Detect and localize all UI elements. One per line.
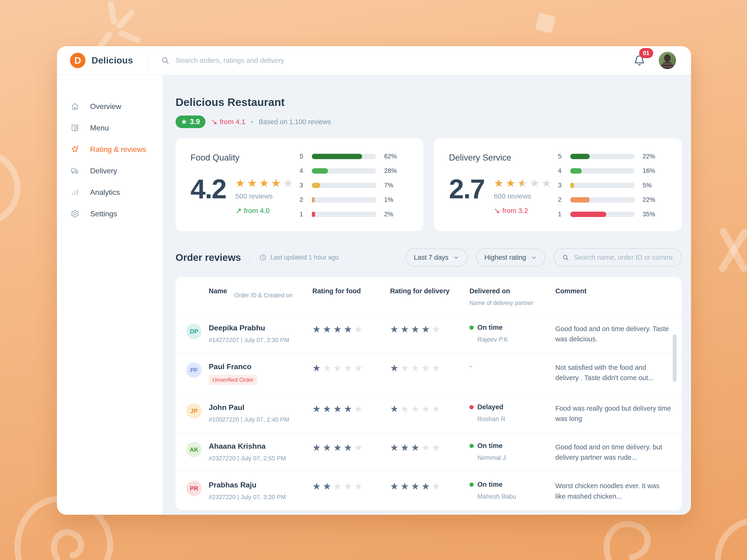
distribution-percent: 16% (643, 167, 661, 175)
distribution-percent: 28% (384, 167, 403, 175)
score-trend: from 4.0 (235, 206, 269, 215)
customer-cell: JPJohn Paul#10027220 | July 07, 2:40 PM (186, 403, 312, 423)
food-quality-card: Food Quality4.2★★★★★500 reviewsfrom 4.05… (176, 138, 423, 231)
overall-trend: from 4.1 (211, 117, 246, 126)
star-icon: ★ (432, 325, 440, 334)
star-icon: ★ (271, 178, 281, 189)
table-header: Name Order ID & Created on Rating for fo… (176, 277, 681, 315)
swirl-doodle (607, 520, 747, 560)
reviews-search[interactable] (554, 248, 681, 267)
delivery-partner: Nirmmal J (478, 454, 506, 461)
star-icon: ★ (344, 325, 352, 334)
sparkle-doodle (100, 4, 138, 46)
customer-name: Deepika Prabhu (209, 324, 289, 332)
table-row[interactable]: AKAhaana Krishna#2327220 | July 07, 2:55… (176, 433, 681, 471)
customer-name: Ahaana Krishna (209, 442, 286, 451)
star-icon: ★ (432, 482, 440, 491)
search-icon (161, 56, 170, 64)
distribution-percent: 2% (384, 211, 403, 218)
reviews-title: Order reviews (176, 252, 241, 263)
distribution-bar-fill (570, 154, 590, 159)
trend-up-icon (235, 206, 241, 215)
star-icon: ★ (333, 404, 342, 414)
distribution-row: 35% (556, 182, 669, 189)
avatar: PR (186, 481, 202, 496)
order-id: #10027220 | July 07, 2:40 PM (209, 416, 289, 423)
overall-rating-badge: ★ 3.9 (176, 115, 205, 128)
delivered-cell: DelayedRoshan R (469, 403, 555, 423)
distribution-row: 21% (298, 196, 411, 204)
card-score-block: Food Quality4.2★★★★★500 reviewsfrom 4.0 (190, 153, 292, 218)
review-comment: Worst chicken noodles ever. It was like … (555, 481, 671, 501)
reviews-search-input[interactable] (573, 254, 673, 262)
book-icon (71, 124, 79, 132)
star-icon: ★ (312, 482, 321, 491)
sidebar-nav: OverviewMenuRating & reviewsDeliveryAnal… (57, 75, 162, 515)
status-label: On time (478, 442, 506, 450)
distribution-bar-track (570, 212, 635, 217)
star-icon: ★ (333, 363, 342, 373)
distribution-star-label: 3 (298, 182, 305, 189)
based-on-text: Based on 1,100 reviews (259, 118, 331, 126)
sort-filter[interactable]: Highest rating (476, 248, 545, 266)
customer-info: John Paul#10027220 | July 07, 2:40 PM (209, 403, 289, 423)
score-trend: from 3.2 (494, 206, 528, 215)
table-row[interactable]: JPJohn Paul#10027220 | July 07, 2:40 PM★… (176, 394, 681, 433)
star-rating: ★★★★★ (390, 443, 442, 452)
trend-down-icon (494, 206, 500, 215)
delivered-cell: On timeMahesh Babu (469, 481, 555, 500)
distribution-row: 37% (298, 182, 411, 189)
overall-trend-label: from 4.1 (220, 118, 246, 126)
sidebar-item-settings[interactable]: Settings (57, 203, 162, 224)
global-search-input[interactable] (175, 56, 626, 64)
food-rating-cell: ★★★★★ (312, 363, 390, 373)
food-rating-cell: ★★★★★ (312, 324, 390, 334)
notifications-button[interactable]: 01 (634, 55, 645, 66)
star-icon: ★ (259, 178, 269, 189)
sidebar-item-delivery[interactable]: Delivery (57, 160, 162, 182)
distribution-star-label: 4 (556, 167, 563, 175)
star-rating: ★★★★★ (390, 482, 442, 491)
score-row: 4.2★★★★★500 reviewsfrom 4.0 (190, 177, 292, 215)
sidebar-item-analytics[interactable]: Analytics (57, 182, 162, 203)
sidebar-item-menu[interactable]: Menu (57, 117, 162, 139)
distribution-bar-track (570, 197, 635, 203)
star-icon: ★ (323, 325, 331, 334)
star-rating: ★★★★★ (390, 325, 442, 334)
star-icon: ★ (354, 404, 363, 414)
search-icon (562, 254, 569, 261)
x-doodle (722, 232, 745, 269)
score-row: 2.7★★★★★★600 reviewsfrom 3.2 (449, 177, 550, 215)
delivery-partner: Rajeev P.K (478, 336, 508, 343)
square-doodle (535, 12, 556, 34)
review-rows: DPDeepika Prabhu#14272207 | July 07, 2:3… (176, 315, 681, 510)
star-icon: ★ (323, 443, 331, 452)
table-row[interactable]: PFPaul FrancoUnverified Order★★★★★★★★★★-… (176, 353, 681, 394)
table-row[interactable]: DPDeepika Prabhu#14272207 | July 07, 2:3… (176, 315, 681, 353)
avatar: PF (186, 363, 202, 378)
date-range-filter[interactable]: Last 7 days (406, 248, 468, 266)
distribution-bar-fill (312, 197, 314, 203)
gear-icon (71, 209, 79, 218)
review-comment: Not satisfied with the food and delivery… (555, 363, 671, 383)
customer-cell: PFPaul FrancoUnverified Order (186, 363, 312, 385)
distribution-percent: 22% (643, 153, 661, 160)
distribution-percent: 1% (384, 196, 403, 204)
sidebar-item-overview[interactable]: Overview (57, 96, 162, 117)
distribution-bar-fill (570, 183, 574, 188)
clock-icon (259, 254, 266, 261)
rating-meta-row: ★ 3.9 from 4.1 Based on 1,100 reviews (176, 115, 681, 128)
distribution-percent: 7% (384, 182, 403, 189)
table-scrollbar[interactable] (673, 335, 676, 382)
food-rating-cell: ★★★★★ (312, 442, 390, 452)
user-avatar[interactable] (659, 52, 676, 69)
sidebar-item-rating-reviews[interactable]: Rating & reviews (57, 139, 162, 160)
trend-down-icon (211, 117, 217, 126)
star-icon: ★ (494, 178, 504, 189)
distribution-star-label: 5 (298, 153, 305, 160)
table-row[interactable]: PRPrabhas Raju#2327220 | July 07, 3:20 P… (176, 471, 681, 510)
star-icon: ★ (354, 325, 363, 334)
distribution-bar-fill (570, 212, 607, 217)
distribution-bar-fill (312, 154, 362, 159)
star-icon: ★ (401, 363, 409, 373)
